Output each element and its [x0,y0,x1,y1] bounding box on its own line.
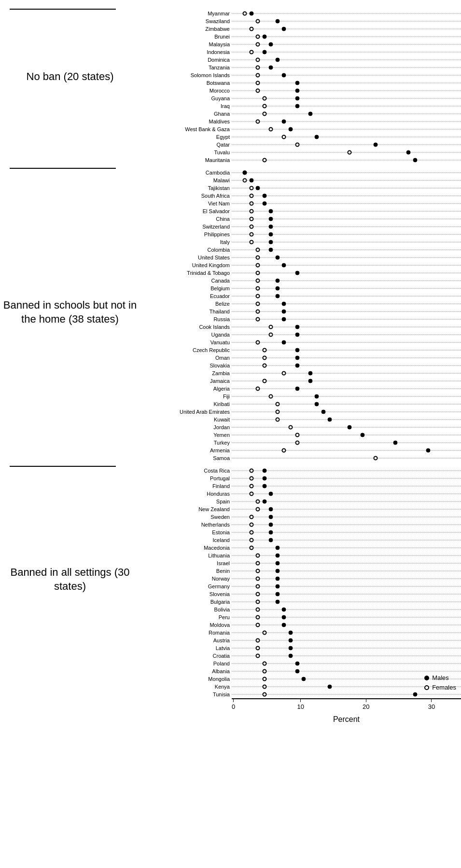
country-name: Armenia [145,448,232,453]
female-dot [269,325,273,329]
male-dot [269,232,273,237]
male-dot [282,615,286,620]
dotted-line [232,219,461,219]
female-dot [249,484,253,488]
country-name: Uganda [145,332,232,338]
dotted-line [232,640,461,641]
dotted-line [232,571,461,571]
country-name: Guyana [145,95,232,101]
dotted-line [232,586,461,587]
male-dot [262,35,266,39]
female-dot [256,294,260,298]
chart-row: Algeria [145,385,461,393]
country-name: Malaysia [145,41,232,47]
country-name: Trinidad & Tobago [145,270,232,276]
male-dot [295,325,299,329]
male-dot [275,561,279,566]
dot-area [232,416,461,423]
dot-area [232,71,461,79]
male-dot [275,584,279,589]
male-dot [393,441,397,445]
male-dot [243,171,247,175]
female-dot [256,387,260,391]
chart-row: United States [145,254,461,261]
chart-row: Yemen [145,431,461,439]
dotted-line [232,427,461,428]
male-dot [315,394,319,399]
chart-row: Tunisia [145,691,461,698]
female-dot [295,143,299,147]
dotted-line [232,250,461,250]
female-dot [256,577,260,581]
chart-row: Cambodia [145,169,461,176]
male-dot [282,340,286,345]
dotted-line [232,335,461,335]
dot-area [232,498,461,505]
country-name: Swaziland [145,18,232,24]
chart-row: United Kingdom [145,261,461,269]
dot-area [232,169,461,176]
dotted-line [232,517,461,517]
female-dot [256,654,260,658]
females-label: Females [432,684,456,691]
chart-row: Mauritania [145,156,461,164]
dot-area [232,393,461,400]
dot-area [232,56,461,64]
country-name: Italy [145,239,232,245]
male-dot [275,58,279,62]
male-dot [282,310,286,314]
female-dot [262,685,266,689]
female-dot [295,441,299,445]
chart-row: Philippines [145,231,461,238]
dot-area [232,408,461,416]
country-name: Morocco [145,88,232,94]
chart-row: Italy [145,238,461,246]
chart-row: Slovenia [145,590,461,598]
female-dot [256,554,260,558]
female-dot [269,394,273,399]
males-label: Males [432,674,449,681]
female-dot [249,232,253,237]
dot-area [232,133,461,141]
country-name: Moldova [145,622,232,628]
female-dot [256,81,260,85]
female-dot [256,584,260,589]
country-name: Turkey [145,440,232,446]
country-name: Israel [145,560,232,566]
chart-row: Kuwait [145,416,461,423]
male-dot [282,120,286,124]
chart-row: Switzerland [145,223,461,231]
dot-area [232,323,461,331]
category-line-1 [10,168,116,169]
male-dot [269,240,273,244]
legend-males: Males [424,674,456,681]
dot-area [232,10,461,17]
dot-area [232,362,461,369]
country-name: Norway [145,576,232,582]
dot-area [232,277,461,285]
dotted-line [232,122,461,122]
category-line-0 [10,9,116,10]
male-dot [295,669,299,674]
dot-area [232,629,461,637]
country-name: United Arab Emirates [145,409,232,415]
dot-area [232,423,461,431]
dot-area [232,33,461,41]
dot-area [232,369,461,377]
female-dot [262,112,266,116]
female-dot [249,202,253,206]
chart-row: United Arab Emirates [145,408,461,416]
dot-area [232,64,461,71]
male-dot [282,623,286,627]
dot-area [232,17,461,25]
dot-area [232,149,461,156]
chart-row: Zambia [145,369,461,377]
x-tick: 0 [232,699,235,710]
male-dot [289,127,293,132]
female-dot [275,410,279,414]
female-dot [256,42,260,47]
chart-row: Croatia [145,652,461,660]
left-labels-panel: No ban (20 states)Banned in schools but … [0,5,145,727]
dot-area [232,354,461,362]
dotted-line [232,75,461,76]
